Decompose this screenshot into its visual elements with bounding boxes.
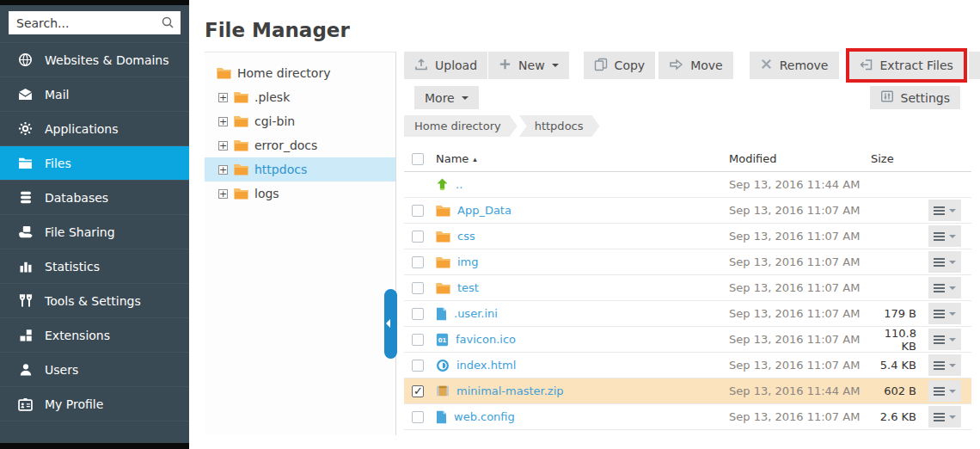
- database-icon: [17, 190, 34, 205]
- remove-button[interactable]: Remove: [750, 52, 839, 79]
- row-modified: Sep 13, 2016 11:07 AM: [729, 255, 867, 268]
- sidebar-item-mail[interactable]: Mail: [0, 77, 189, 111]
- more-button[interactable]: More: [414, 86, 479, 109]
- settings-button[interactable]: Settings: [870, 86, 960, 109]
- row-menu-button[interactable]: [928, 303, 961, 324]
- extract-files-button[interactable]: Extract Files: [849, 52, 964, 79]
- file-link[interactable]: test: [457, 281, 479, 294]
- upload-icon: [414, 58, 428, 74]
- sidebar-item-statistics[interactable]: Statistics: [0, 249, 189, 283]
- sidebar-item-tools-settings[interactable]: Tools & Settings: [0, 283, 189, 317]
- row-menu-button[interactable]: [928, 354, 961, 376]
- tree-item-label: Home directory: [237, 66, 330, 80]
- expand-icon[interactable]: +: [218, 141, 228, 151]
- expand-icon[interactable]: +: [218, 189, 228, 199]
- sidebar-item-label: Tools & Settings: [45, 294, 141, 308]
- row-menu-button[interactable]: [928, 251, 961, 273]
- row-menu-button[interactable]: [928, 200, 961, 221]
- row-menu-button[interactable]: [928, 380, 961, 402]
- tree-item-cgi-bin[interactable]: + cgi-bin: [205, 109, 395, 133]
- sidebar-item-label: Websites & Domains: [45, 53, 169, 67]
- expand-icon[interactable]: +: [218, 117, 228, 126]
- file-link[interactable]: minimal-master.zip: [456, 384, 564, 397]
- select-all-checkbox[interactable]: [412, 153, 424, 165]
- file-table: Name ▴ Modified Size .. Sep 13, 2016 11:…: [404, 146, 971, 430]
- row-checkbox[interactable]: [412, 411, 424, 423]
- row-checkbox[interactable]: [412, 334, 424, 346]
- column-header-size[interactable]: Size: [867, 152, 918, 165]
- hamburger-icon: [934, 310, 945, 318]
- row-menu-button[interactable]: [928, 225, 961, 247]
- row-checkbox[interactable]: [412, 231, 424, 243]
- row-size: 5.4 KB: [867, 359, 918, 372]
- row-checkbox[interactable]: [412, 308, 424, 320]
- sidebar-item-applications[interactable]: Applications: [0, 111, 189, 145]
- file-link[interactable]: index.html: [456, 359, 516, 372]
- hamburger-icon: [934, 361, 945, 370]
- column-header-name[interactable]: Name: [436, 152, 469, 165]
- tree-item-plesk[interactable]: + .plesk: [205, 85, 395, 109]
- toolbar: Upload New Copy Move Remove Extract File…: [404, 52, 980, 79]
- file-link[interactable]: App_Data: [457, 204, 511, 217]
- parent-directory-link[interactable]: ..: [456, 178, 462, 191]
- page-title: File Manager: [205, 19, 350, 41]
- row-modified: Sep 13, 2016 11:07 AM: [729, 333, 867, 346]
- row-checkbox[interactable]: [412, 256, 424, 268]
- hamburger-icon: [934, 206, 945, 215]
- row-checkbox[interactable]: [412, 205, 424, 217]
- row-modified: Sep 13, 2016 11:07 AM: [729, 204, 867, 217]
- file-icon: [436, 410, 447, 424]
- column-header-modified[interactable]: Modified: [729, 152, 867, 165]
- row-checkbox-checked[interactable]: [412, 385, 424, 397]
- expand-icon[interactable]: +: [218, 93, 228, 102]
- file-link[interactable]: .user.ini: [454, 307, 498, 320]
- expand-icon[interactable]: +: [218, 165, 228, 175]
- sidebar-item-files[interactable]: Files: [0, 145, 189, 180]
- tree-collapse-handle[interactable]: [384, 289, 397, 359]
- sidebar-item-users[interactable]: Users: [0, 352, 189, 386]
- extract-icon: [860, 58, 873, 74]
- file-link[interactable]: img: [457, 255, 479, 268]
- chevron-down-icon: [949, 286, 956, 293]
- chevron-down-icon: [949, 364, 956, 371]
- sidebar-item-websites-domains[interactable]: Websites & Domains: [0, 42, 189, 77]
- file-link[interactable]: web.config: [454, 410, 515, 423]
- upload-button[interactable]: Upload: [404, 52, 487, 79]
- globe-icon: [17, 52, 34, 67]
- row-checkbox[interactable]: [412, 360, 424, 372]
- copy-button[interactable]: Copy: [584, 52, 656, 79]
- search-icon[interactable]: [161, 15, 175, 33]
- tree-item-httpdocs[interactable]: + httpdocs: [205, 157, 395, 181]
- tree-item-label: error_docs: [254, 138, 317, 152]
- folder-icon: [234, 188, 248, 200]
- sidebar-item-my-profile[interactable]: My Profile: [0, 386, 189, 421]
- breadcrumb: Home directory httpdocs: [404, 115, 602, 137]
- tree-item-error-docs[interactable]: + error_docs: [205, 133, 395, 157]
- chevron-down-icon: [949, 209, 956, 216]
- new-button[interactable]: New: [488, 52, 569, 79]
- sidebar-item-databases[interactable]: Databases: [0, 180, 189, 214]
- breadcrumb-item-home-directory[interactable]: Home directory: [404, 115, 518, 137]
- add-to-archive-button[interactable]: Add to Archive: [969, 52, 980, 79]
- table-row-selected: minimal-master.zip Sep 13, 2016 11:44 AM…: [404, 378, 971, 404]
- file-link[interactable]: css: [457, 230, 475, 243]
- file-link[interactable]: favicon.ico: [456, 333, 516, 346]
- gear-icon: [17, 121, 34, 136]
- row-checkbox[interactable]: [412, 282, 424, 294]
- row-menu-button[interactable]: [928, 329, 961, 350]
- tree-item-label: cgi-bin: [254, 114, 295, 128]
- breadcrumb-item-httpdocs[interactable]: httpdocs: [519, 115, 600, 137]
- folder-icon: [436, 282, 450, 294]
- sidebar-item-file-sharing[interactable]: File Sharing: [0, 214, 189, 249]
- folder-icon: [436, 231, 450, 243]
- sidebar-item-extensions[interactable]: Extensions: [0, 317, 189, 352]
- tree-item-label: logs: [254, 187, 279, 200]
- tree-item-home-directory[interactable]: Home directory: [205, 61, 395, 85]
- row-menu-button[interactable]: [928, 277, 961, 298]
- file-sharing-icon: [17, 225, 34, 238]
- tree-item-logs[interactable]: + logs: [205, 181, 395, 206]
- sidebar-filler: [0, 421, 189, 437]
- row-menu-button[interactable]: [928, 406, 961, 427]
- move-button[interactable]: Move: [658, 52, 733, 79]
- search-input[interactable]: [9, 11, 181, 34]
